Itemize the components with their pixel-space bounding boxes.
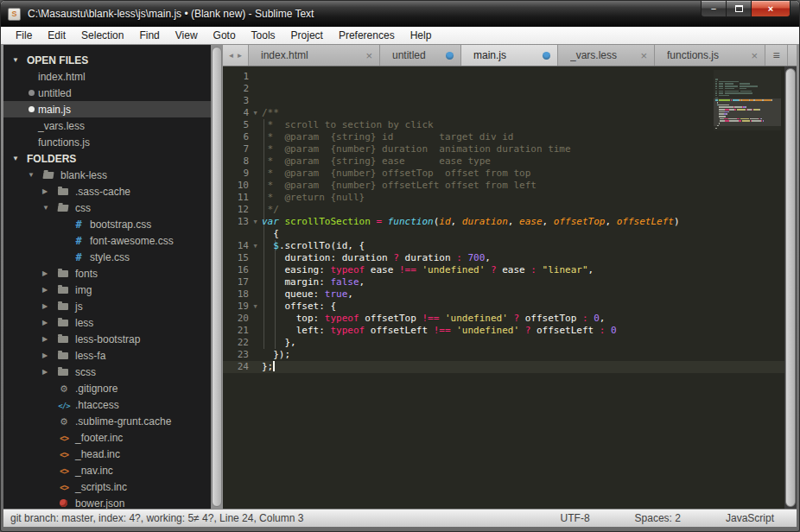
tree-item-less-fa[interactable]: ▶less-fa <box>3 347 211 364</box>
tree-item-_scripts.inc[interactable]: <>_scripts.inc <box>3 478 211 495</box>
minimap[interactable] <box>714 70 781 130</box>
code-line-5[interactable]: 5 * scroll to section by click <box>223 119 797 131</box>
tree-item-css[interactable]: ▼css <box>3 200 211 216</box>
folder-icon <box>57 333 71 345</box>
tree-item-.gitignore[interactable]: ⚙.gitignore <box>3 380 211 396</box>
line-number: 14 <box>223 240 249 252</box>
status-syntax[interactable]: JavaScript <box>726 512 774 524</box>
folders-header[interactable]: ▼FOLDERS <box>3 150 211 167</box>
code-editor[interactable]: 1234▼/**5 * scroll to section by click6 … <box>223 66 797 509</box>
tab-functions.js[interactable]: functions.js× <box>655 45 765 66</box>
code-token: }); <box>262 349 290 360</box>
tree-item-js[interactable]: ▶js <box>3 298 211 314</box>
code-line-9[interactable]: 9 * @param {number} offsetTop offset fro… <box>223 168 797 180</box>
editor-scrollbar[interactable] <box>784 66 797 509</box>
code-line-4[interactable]: 4▼/** <box>223 107 797 119</box>
code-line-14[interactable]: 14▼ $.scrollTo(id, { <box>223 240 797 252</box>
menu-item-file[interactable]: File <box>8 28 40 43</box>
tab-close-icon[interactable]: × <box>751 49 758 62</box>
menu-item-project[interactable]: Project <box>283 28 331 43</box>
tree-item-style.css[interactable]: #style.css <box>3 249 211 265</box>
code-line-24[interactable]: 24}; <box>223 361 797 373</box>
code-token: , <box>359 276 365 288</box>
menu-item-help[interactable]: Help <box>403 28 440 43</box>
tree-item-fonts[interactable]: ▶fonts <box>3 265 211 282</box>
open-file-main.js[interactable]: main.js <box>3 101 211 117</box>
tree-item-scss[interactable]: ▶scss <box>3 364 211 380</box>
editor-scrollbar-thumb[interactable] <box>785 68 796 507</box>
code-line-wrap[interactable]: { <box>223 228 797 240</box>
maximize-button[interactable] <box>727 1 752 17</box>
close-button[interactable]: × <box>752 1 790 17</box>
status-encoding[interactable]: UTF-8 <box>561 512 590 524</box>
minimap-viewport[interactable] <box>714 98 781 126</box>
code-line-22[interactable]: 22 }, <box>223 337 797 349</box>
tree-item-_nav.inc[interactable]: <>_nav.inc <box>3 462 211 478</box>
code-line-7[interactable]: 7 * @param {number} duration animation d… <box>223 143 797 155</box>
sidebar-scrollbar[interactable] <box>211 45 223 509</box>
tree-item-less-bootstrap[interactable]: ▶less-bootstrap <box>3 331 211 347</box>
fold-arrow-icon[interactable]: ▼ <box>249 107 262 119</box>
code-line-20[interactable]: 20 top: typeof offsetTop !== 'undefined'… <box>223 313 797 325</box>
fold-arrow-icon[interactable]: ▼ <box>249 216 262 228</box>
menu-item-tools[interactable]: Tools <box>244 28 283 43</box>
menu-item-view[interactable]: View <box>168 28 206 43</box>
code-line-11[interactable]: 11 * @return {null} <box>223 192 797 204</box>
code-line-2[interactable]: 2 <box>223 83 797 95</box>
tab-scroll-arrows[interactable]: ◄► <box>223 45 249 66</box>
code-line-10[interactable]: 10 * @param {number} offsetLeft offset f… <box>223 180 797 192</box>
menu-item-find[interactable]: Find <box>131 28 167 43</box>
tab-untitled[interactable]: untitled <box>380 45 461 66</box>
open-file-functions.js[interactable]: functions.js <box>3 134 211 150</box>
tree-item-bower.json[interactable]: bower.json <box>3 495 211 509</box>
tab-_vars.less[interactable]: _vars.less× <box>558 45 655 66</box>
tab-main.js[interactable]: main.js <box>461 45 558 66</box>
minimize-button[interactable]: − <box>701 1 727 17</box>
code-line-12[interactable]: 12 */ <box>223 204 797 216</box>
code-line-21[interactable]: 21 left: typeof offsetLeft !== 'undefine… <box>223 325 797 337</box>
tab-overflow-menu-icon[interactable]: ≡ <box>765 45 788 66</box>
code-line-1[interactable]: 1 <box>223 71 797 83</box>
open-file-untitled[interactable]: untitled <box>3 85 211 101</box>
open-file-_vars.less[interactable]: _vars.less <box>3 117 211 134</box>
code-line-19[interactable]: 19▼ offset: { <box>223 301 797 313</box>
code-line-13[interactable]: 13▼var scrollToSection = function(id, du… <box>223 216 797 228</box>
tree-item-_head.inc[interactable]: <>_head.inc <box>3 446 211 462</box>
line-number: 7 <box>223 143 249 155</box>
status-indentation[interactable]: Spaces: 2 <box>635 512 681 524</box>
code-line-15[interactable]: 15 duration: duration ? duration : 700, <box>223 252 797 264</box>
tab-close-icon[interactable]: × <box>365 49 372 62</box>
fold-arrow-icon[interactable]: ▼ <box>249 240 262 252</box>
menu-item-edit[interactable]: Edit <box>40 28 73 43</box>
menu-item-selection[interactable]: Selection <box>73 28 131 43</box>
tree-item-.sass-cache[interactable]: ▶.sass-cache <box>3 183 211 200</box>
code-text: margin: false, <box>262 276 365 288</box>
sidebar-scrollbar-thumb[interactable] <box>212 47 222 507</box>
code-line-17[interactable]: 17 margin: false, <box>223 276 797 288</box>
tab-close-icon[interactable]: × <box>640 49 647 62</box>
code-line-16[interactable]: 16 easing: typeof ease !== 'undefined' ?… <box>223 264 797 276</box>
menu-item-goto[interactable]: Goto <box>206 28 244 43</box>
code-line-6[interactable]: 6 * @param {string} id target div id <box>223 131 797 143</box>
tree-item-.htaccess[interactable]: </>.htaccess <box>3 396 211 413</box>
code-token: ease <box>365 264 399 276</box>
tree-item-blank-less[interactable]: ▼blank-less <box>3 167 211 183</box>
tree-item-font-awesome.css[interactable]: #font-awesome.css <box>3 232 211 249</box>
tab-scroll-right-icon[interactable]: ► <box>237 52 244 60</box>
tab-modified-dot-icon <box>543 52 550 60</box>
tab-index.html[interactable]: index.html× <box>249 45 380 66</box>
tree-item-img[interactable]: ▶img <box>3 282 211 298</box>
fold-arrow-icon[interactable]: ▼ <box>249 301 262 313</box>
tree-item-bootstrap.css[interactable]: #bootstrap.css <box>3 216 211 232</box>
code-line-8[interactable]: 8 * @param {string} ease ease type <box>223 155 797 168</box>
code-line-23[interactable]: 23 }); <box>223 349 797 361</box>
tree-item-less[interactable]: ▶less <box>3 314 211 331</box>
open-file-index.html[interactable]: index.html <box>3 68 211 85</box>
tree-item-.sublime-grunt.cache[interactable]: ⚙.sublime-grunt.cache <box>3 413 211 429</box>
open-files-header[interactable]: ▼OPEN FILES <box>3 52 211 68</box>
tab-scroll-left-icon[interactable]: ◄ <box>228 52 235 60</box>
code-line-18[interactable]: 18 queue: true, <box>223 288 797 301</box>
code-line-3[interactable]: 3 <box>223 95 797 107</box>
menu-item-preferences[interactable]: Preferences <box>331 28 403 43</box>
tree-item-_footer.inc[interactable]: <>_footer.inc <box>3 429 211 446</box>
